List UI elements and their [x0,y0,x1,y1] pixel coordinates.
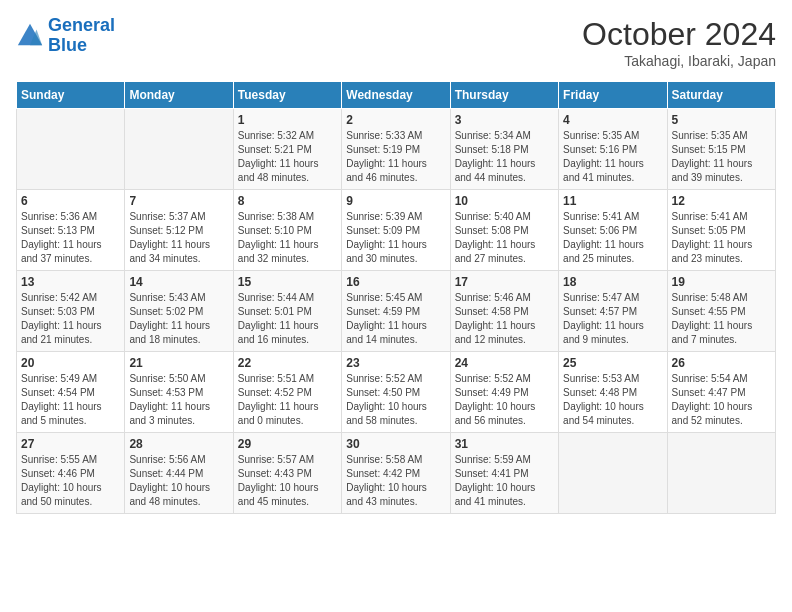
header-cell-wednesday: Wednesday [342,82,450,109]
logo-text: General Blue [48,16,115,56]
day-info: Sunrise: 5:40 AMSunset: 5:08 PMDaylight:… [455,210,554,266]
logo-line2: Blue [48,35,87,55]
location-subtitle: Takahagi, Ibaraki, Japan [582,53,776,69]
calendar-cell: 4Sunrise: 5:35 AMSunset: 5:16 PMDaylight… [559,109,667,190]
day-number: 10 [455,194,554,208]
calendar-cell: 31Sunrise: 5:59 AMSunset: 4:41 PMDayligh… [450,433,558,514]
calendar-cell: 15Sunrise: 5:44 AMSunset: 5:01 PMDayligh… [233,271,341,352]
day-number: 27 [21,437,120,451]
day-number: 13 [21,275,120,289]
day-number: 29 [238,437,337,451]
day-info: Sunrise: 5:49 AMSunset: 4:54 PMDaylight:… [21,372,120,428]
logo-line1: General [48,15,115,35]
calendar-cell: 29Sunrise: 5:57 AMSunset: 4:43 PMDayligh… [233,433,341,514]
calendar-cell: 18Sunrise: 5:47 AMSunset: 4:57 PMDayligh… [559,271,667,352]
day-info: Sunrise: 5:41 AMSunset: 5:05 PMDaylight:… [672,210,771,266]
calendar-cell: 25Sunrise: 5:53 AMSunset: 4:48 PMDayligh… [559,352,667,433]
calendar-cell: 27Sunrise: 5:55 AMSunset: 4:46 PMDayligh… [17,433,125,514]
day-info: Sunrise: 5:59 AMSunset: 4:41 PMDaylight:… [455,453,554,509]
day-info: Sunrise: 5:53 AMSunset: 4:48 PMDaylight:… [563,372,662,428]
calendar-cell: 6Sunrise: 5:36 AMSunset: 5:13 PMDaylight… [17,190,125,271]
calendar-cell: 24Sunrise: 5:52 AMSunset: 4:49 PMDayligh… [450,352,558,433]
day-info: Sunrise: 5:47 AMSunset: 4:57 PMDaylight:… [563,291,662,347]
day-number: 20 [21,356,120,370]
week-row-1: 1Sunrise: 5:32 AMSunset: 5:21 PMDaylight… [17,109,776,190]
header-row: SundayMondayTuesdayWednesdayThursdayFrid… [17,82,776,109]
day-number: 11 [563,194,662,208]
page-header: General Blue October 2024 Takahagi, Ibar… [16,16,776,69]
month-title: October 2024 [582,16,776,53]
calendar-cell: 22Sunrise: 5:51 AMSunset: 4:52 PMDayligh… [233,352,341,433]
calendar-cell: 17Sunrise: 5:46 AMSunset: 4:58 PMDayligh… [450,271,558,352]
day-info: Sunrise: 5:46 AMSunset: 4:58 PMDaylight:… [455,291,554,347]
calendar-table: SundayMondayTuesdayWednesdayThursdayFrid… [16,81,776,514]
day-info: Sunrise: 5:43 AMSunset: 5:02 PMDaylight:… [129,291,228,347]
week-row-3: 13Sunrise: 5:42 AMSunset: 5:03 PMDayligh… [17,271,776,352]
day-number: 24 [455,356,554,370]
logo: General Blue [16,16,115,56]
logo-icon [16,22,44,50]
calendar-cell: 10Sunrise: 5:40 AMSunset: 5:08 PMDayligh… [450,190,558,271]
day-info: Sunrise: 5:34 AMSunset: 5:18 PMDaylight:… [455,129,554,185]
day-number: 30 [346,437,445,451]
calendar-cell: 23Sunrise: 5:52 AMSunset: 4:50 PMDayligh… [342,352,450,433]
day-info: Sunrise: 5:54 AMSunset: 4:47 PMDaylight:… [672,372,771,428]
calendar-cell: 7Sunrise: 5:37 AMSunset: 5:12 PMDaylight… [125,190,233,271]
calendar-header: SundayMondayTuesdayWednesdayThursdayFrid… [17,82,776,109]
day-number: 1 [238,113,337,127]
calendar-cell: 26Sunrise: 5:54 AMSunset: 4:47 PMDayligh… [667,352,775,433]
calendar-cell: 28Sunrise: 5:56 AMSunset: 4:44 PMDayligh… [125,433,233,514]
day-number: 23 [346,356,445,370]
day-info: Sunrise: 5:58 AMSunset: 4:42 PMDaylight:… [346,453,445,509]
day-number: 8 [238,194,337,208]
header-cell-tuesday: Tuesday [233,82,341,109]
day-number: 9 [346,194,445,208]
day-info: Sunrise: 5:52 AMSunset: 4:50 PMDaylight:… [346,372,445,428]
day-number: 7 [129,194,228,208]
title-section: October 2024 Takahagi, Ibaraki, Japan [582,16,776,69]
calendar-cell: 13Sunrise: 5:42 AMSunset: 5:03 PMDayligh… [17,271,125,352]
calendar-cell: 9Sunrise: 5:39 AMSunset: 5:09 PMDaylight… [342,190,450,271]
day-info: Sunrise: 5:39 AMSunset: 5:09 PMDaylight:… [346,210,445,266]
day-info: Sunrise: 5:55 AMSunset: 4:46 PMDaylight:… [21,453,120,509]
day-info: Sunrise: 5:36 AMSunset: 5:13 PMDaylight:… [21,210,120,266]
header-cell-thursday: Thursday [450,82,558,109]
calendar-cell: 20Sunrise: 5:49 AMSunset: 4:54 PMDayligh… [17,352,125,433]
day-number: 31 [455,437,554,451]
day-info: Sunrise: 5:33 AMSunset: 5:19 PMDaylight:… [346,129,445,185]
calendar-cell [17,109,125,190]
day-info: Sunrise: 5:42 AMSunset: 5:03 PMDaylight:… [21,291,120,347]
day-number: 14 [129,275,228,289]
day-number: 6 [21,194,120,208]
calendar-cell: 8Sunrise: 5:38 AMSunset: 5:10 PMDaylight… [233,190,341,271]
day-info: Sunrise: 5:37 AMSunset: 5:12 PMDaylight:… [129,210,228,266]
calendar-cell: 3Sunrise: 5:34 AMSunset: 5:18 PMDaylight… [450,109,558,190]
calendar-cell: 1Sunrise: 5:32 AMSunset: 5:21 PMDaylight… [233,109,341,190]
calendar-cell: 30Sunrise: 5:58 AMSunset: 4:42 PMDayligh… [342,433,450,514]
calendar-cell [667,433,775,514]
day-number: 19 [672,275,771,289]
calendar-cell: 5Sunrise: 5:35 AMSunset: 5:15 PMDaylight… [667,109,775,190]
day-info: Sunrise: 5:38 AMSunset: 5:10 PMDaylight:… [238,210,337,266]
day-info: Sunrise: 5:41 AMSunset: 5:06 PMDaylight:… [563,210,662,266]
day-info: Sunrise: 5:57 AMSunset: 4:43 PMDaylight:… [238,453,337,509]
calendar-cell [125,109,233,190]
day-number: 12 [672,194,771,208]
week-row-2: 6Sunrise: 5:36 AMSunset: 5:13 PMDaylight… [17,190,776,271]
header-cell-friday: Friday [559,82,667,109]
day-info: Sunrise: 5:56 AMSunset: 4:44 PMDaylight:… [129,453,228,509]
day-info: Sunrise: 5:32 AMSunset: 5:21 PMDaylight:… [238,129,337,185]
day-number: 18 [563,275,662,289]
week-row-4: 20Sunrise: 5:49 AMSunset: 4:54 PMDayligh… [17,352,776,433]
header-cell-sunday: Sunday [17,82,125,109]
day-info: Sunrise: 5:44 AMSunset: 5:01 PMDaylight:… [238,291,337,347]
calendar-cell: 14Sunrise: 5:43 AMSunset: 5:02 PMDayligh… [125,271,233,352]
header-cell-monday: Monday [125,82,233,109]
day-number: 22 [238,356,337,370]
day-number: 21 [129,356,228,370]
calendar-cell: 11Sunrise: 5:41 AMSunset: 5:06 PMDayligh… [559,190,667,271]
calendar-cell: 16Sunrise: 5:45 AMSunset: 4:59 PMDayligh… [342,271,450,352]
day-info: Sunrise: 5:51 AMSunset: 4:52 PMDaylight:… [238,372,337,428]
day-info: Sunrise: 5:52 AMSunset: 4:49 PMDaylight:… [455,372,554,428]
day-number: 4 [563,113,662,127]
